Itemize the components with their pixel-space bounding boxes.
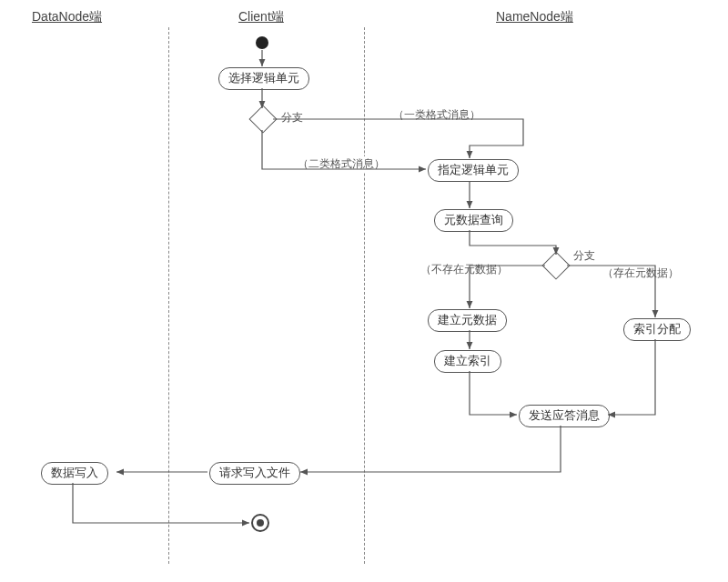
activity-specify-unit: 指定逻辑单元 <box>428 159 519 182</box>
end-node <box>251 514 269 532</box>
start-node <box>256 36 268 49</box>
activity-index-alloc: 索引分配 <box>623 318 691 341</box>
label-msg-type1: （一类格式消息） <box>391 107 482 123</box>
decision-branch2 <box>541 251 570 279</box>
label-branch1: 分支 <box>279 110 305 125</box>
activity-select-unit: 选择逻辑单元 <box>218 67 309 90</box>
label-has-meta: （存在元数据） <box>601 266 681 281</box>
label-no-meta: （不存在元数据） <box>419 262 510 277</box>
label-msg-type2: （二类格式消息） <box>296 156 387 172</box>
activity-data-write: 数据写入 <box>41 462 108 485</box>
activity-create-meta: 建立元数据 <box>428 309 507 332</box>
activity-req-write: 请求写入文件 <box>209 462 300 485</box>
lane-divider-1 <box>168 27 169 564</box>
swimlane-client: Client端 <box>238 9 284 25</box>
swimlane-datanode: DataNode端 <box>32 9 102 25</box>
swimlane-namenode: NameNode端 <box>496 9 573 25</box>
activity-meta-query: 元数据查询 <box>434 209 513 232</box>
activity-send-resp: 发送应答消息 <box>519 405 610 427</box>
label-branch2: 分支 <box>571 248 597 264</box>
activity-create-index: 建立索引 <box>434 350 501 373</box>
decision-branch1 <box>248 105 277 133</box>
lane-divider-2 <box>364 27 365 564</box>
